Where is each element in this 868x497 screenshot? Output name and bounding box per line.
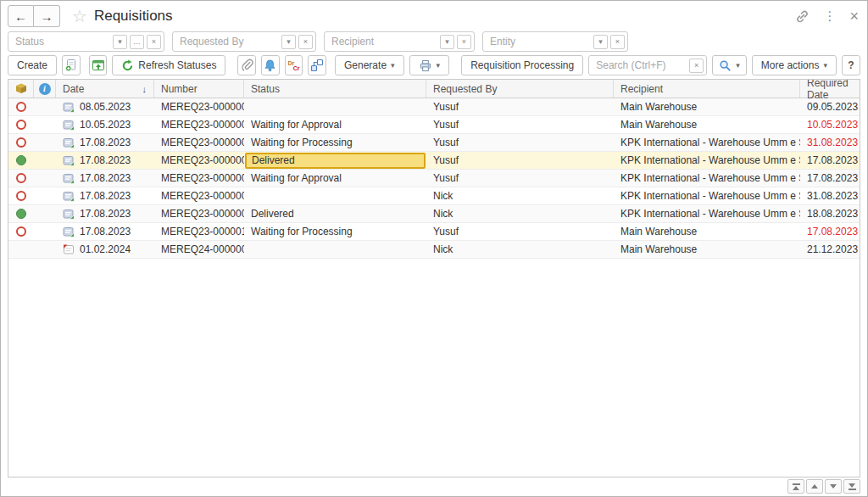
number-cell[interactable]: MEREQ23-0000002 [154,116,244,133]
number-cell[interactable]: MEREQ23-0000010 [154,223,244,240]
help-button[interactable]: ? [842,55,860,75]
requested-by-cell[interactable]: Nick [426,187,614,204]
column-header-status[interactable]: Status [244,80,426,98]
date-cell[interactable]: 08.05.2023 [56,98,154,115]
recipient-cell[interactable]: Main Warehouse [614,116,800,133]
status-cell[interactable]: Waiting for Approval [244,116,426,133]
info-cell[interactable] [34,152,56,169]
recipient-filter-dropdown-icon[interactable]: ▾ [440,35,454,49]
requested-by-cell[interactable]: Yusuf [426,223,614,240]
delivery-state-cell[interactable] [8,187,34,204]
search-clear-icon[interactable]: × [689,59,704,73]
info-cell[interactable] [34,170,56,187]
copy-document-button[interactable] [62,55,81,75]
requested-by-cell[interactable]: Yusuf [426,116,614,133]
requested-by-cell[interactable]: Yusuf [426,98,614,115]
info-cell[interactable] [34,134,56,151]
back-button[interactable]: ← [8,5,34,27]
number-cell[interactable]: MEREQ24-0000001 [154,241,244,258]
requested-by-filter-clear-icon[interactable]: × [298,35,313,49]
table-row[interactable]: 17.08.2023MEREQ23-0000003Waiting for Pro… [8,134,860,152]
scroll-to-bottom-button[interactable] [843,479,860,494]
date-cell[interactable]: 17.08.2023 [56,223,154,240]
table-row[interactable]: 17.08.2023MEREQ23-0000008NickKPK Interna… [8,187,860,205]
generate-button[interactable]: Generate ▾ [335,55,404,75]
status-cell[interactable]: Delivered [244,205,426,222]
recipient-cell[interactable]: KPK International - Warehouse Umm e Suqq… [614,152,800,169]
requested-by-cell[interactable]: Yusuf [426,170,614,187]
scroll-down-button[interactable] [825,479,842,494]
search-field[interactable]: × [588,55,707,75]
table-row[interactable]: 17.08.2023MEREQ23-0000010Waiting for Pro… [8,223,860,241]
entity-filter[interactable]: ▾ × [482,31,628,52]
column-header-delivery-state[interactable] [8,80,34,98]
link-icon[interactable] [795,9,810,24]
refresh-statuses-button[interactable]: Refresh Statuses [112,55,225,75]
required-date-cell[interactable]: 18.08.2023 [800,205,860,222]
status-filter-ellipsis-icon[interactable]: … [130,35,144,49]
recipient-cell[interactable]: KPK International - Warehouse Umm e Suqq… [614,134,800,151]
recipient-cell[interactable]: KPK International - Warehouse Umm e Suqq… [614,187,800,204]
required-date-cell[interactable]: 31.08.2023 [800,134,860,151]
required-date-cell[interactable]: 17.08.2023 [800,170,860,187]
recipient-filter-input[interactable] [331,36,437,47]
status-filter-input[interactable] [15,36,110,47]
date-cell[interactable]: 10.05.2023 [56,116,154,133]
info-cell[interactable] [34,223,56,240]
entity-filter-dropdown-icon[interactable]: ▾ [593,35,608,49]
status-cell[interactable]: Waiting for Processing [244,223,426,240]
more-actions-button[interactable]: More actions ▾ [752,55,837,75]
required-date-cell[interactable]: 17.08.2023 [800,152,860,169]
delivery-state-cell[interactable] [8,98,34,115]
delivery-state-cell[interactable] [8,170,34,187]
column-header-requested-by[interactable]: Requested By [426,80,614,98]
delivery-state-cell[interactable] [8,205,34,222]
delivery-state-cell[interactable] [8,134,34,151]
table-view-button[interactable] [89,55,108,75]
status-cell[interactable] [244,98,426,115]
number-cell[interactable]: MEREQ23-0000006 [154,152,244,169]
close-icon[interactable]: × [849,8,859,24]
info-cell[interactable] [34,98,56,115]
recipient-filter-clear-icon[interactable]: × [457,35,471,49]
requested-by-filter[interactable]: ▾ × [172,31,316,52]
number-cell[interactable]: MEREQ23-0000009 [154,205,244,222]
table-row[interactable]: 01.02.2024MEREQ24-0000001NickMain Wareho… [8,241,860,259]
delivery-state-cell[interactable] [8,223,34,240]
requested-by-cell[interactable]: Nick [426,205,614,222]
info-cell[interactable] [34,116,56,133]
print-button[interactable]: ▾ [409,55,450,75]
scroll-up-button[interactable] [806,479,823,494]
requested-by-cell[interactable]: Yusuf [426,134,614,151]
attachment-button[interactable] [237,55,256,75]
table-row[interactable]: 17.08.2023MEREQ23-0000006DeliveredYusufK… [8,152,860,170]
delivery-state-cell[interactable] [8,116,34,133]
entity-filter-clear-icon[interactable]: × [610,35,625,49]
requisition-processing-button[interactable]: Requisition Processing [461,55,583,75]
column-header-recipient[interactable]: Recipient [614,80,800,98]
status-cell[interactable]: Waiting for Approval [244,170,426,187]
focused-cell[interactable]: Delivered [245,153,426,169]
create-button[interactable]: Create [8,55,57,75]
recipient-cell[interactable]: Main Warehouse [614,223,800,240]
related-documents-button[interactable] [308,55,326,75]
search-options-button[interactable]: ▾ [712,55,747,75]
table-row[interactable]: 17.08.2023MEREQ23-0000007Waiting for App… [8,170,860,187]
column-header-number[interactable]: Number [154,80,244,98]
required-date-cell[interactable]: 31.08.2023 [800,187,860,204]
column-header-required-date[interactable]: Required Date [800,80,860,98]
status-filter[interactable]: ▾ … × [8,31,164,52]
date-cell[interactable]: 17.08.2023 [56,170,154,187]
requested-by-cell[interactable]: Yusuf [426,152,614,169]
date-cell[interactable]: 17.08.2023 [56,152,154,169]
debit-credit-button[interactable]: Dr Cr [285,55,303,75]
requested-by-filter-dropdown-icon[interactable]: ▾ [281,35,296,49]
more-menu-icon[interactable]: ⋮ [823,8,836,24]
info-cell[interactable] [34,187,56,204]
date-cell[interactable]: 17.08.2023 [56,205,154,222]
notifications-button[interactable] [261,55,280,75]
status-filter-dropdown-icon[interactable]: ▾ [113,35,127,49]
status-cell[interactable] [244,187,426,204]
recipient-cell[interactable]: KPK International - Warehouse Umm e Suqq… [614,170,800,187]
required-date-cell[interactable]: 21.12.2023 [800,241,860,258]
